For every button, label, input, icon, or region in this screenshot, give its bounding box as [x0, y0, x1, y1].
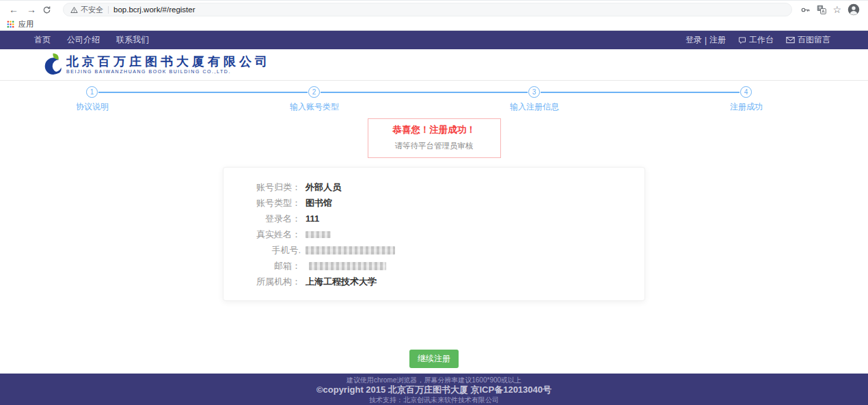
nav-item-contact[interactable]: 联系我们: [116, 34, 149, 46]
warning-triangle-icon: [70, 6, 78, 14]
step-circle-2: 2: [308, 86, 320, 98]
field-label-organization: 所属机构：: [223, 276, 301, 288]
nav-item-company[interactable]: 公司介绍: [67, 34, 100, 46]
field-value-account-type: 图书馆: [306, 197, 332, 209]
company-logo-icon: [40, 53, 63, 77]
redacted-phone: [306, 246, 395, 254]
field-value-account-category: 外部人员: [306, 181, 341, 194]
step-label-register-info: 输入注册信息: [510, 101, 559, 113]
browser-toolbar: ← → 不安全 bop.bcrj.work/#/register ☆: [0, 0, 868, 18]
footer-tech-support: 技术支持：北京创讯未来软件技术有限公司: [0, 395, 868, 404]
continue-register-button[interactable]: 继续注册: [409, 350, 459, 368]
field-label-email: 邮箱：: [223, 260, 301, 272]
address-bar[interactable]: 不安全 bop.bcrj.work/#/register: [63, 3, 792, 16]
bookmarks-bar: 应用: [0, 18, 868, 31]
step-connector: [321, 92, 528, 93]
success-message-box: 恭喜您！注册成功！ 请等待平台管理员审核: [368, 118, 501, 158]
field-label-account-type: 账号类型：: [223, 197, 301, 209]
action-row: 继续注册: [0, 350, 868, 368]
field-label-real-name: 真实姓名：: [223, 228, 301, 241]
key-icon[interactable]: [800, 5, 811, 15]
profile-avatar[interactable]: [847, 3, 860, 16]
field-value-organization: 上海工程技术大学: [306, 276, 377, 288]
back-icon[interactable]: ←: [7, 3, 21, 16]
table-row: 手机号.: [223, 242, 645, 258]
table-row: 所属机构： 上海工程技术大学: [223, 274, 645, 289]
table-row: 登录名： 111: [223, 211, 645, 226]
bookmark-star-icon[interactable]: ☆: [832, 5, 841, 14]
redacted-real-name: [306, 231, 331, 238]
apps-bookmark[interactable]: 应用: [18, 19, 33, 29]
footer-copyright: ©copyright 2015 北京百万庄图书大厦 京ICP备12013040号: [0, 384, 868, 395]
table-row: 账号类型： 图书馆: [223, 195, 645, 211]
step-circle-4: 4: [740, 86, 752, 98]
registration-stepper: 1 2 3 4 协议说明 输入账号类型 输入注册信息 注册成功: [0, 81, 868, 115]
step-connector: [541, 92, 740, 93]
step-label-agreement: 协议说明: [76, 101, 109, 113]
refresh-icon[interactable]: [42, 5, 56, 14]
chat-bubble-icon: [738, 36, 746, 44]
message-label: 百图留言: [798, 34, 830, 46]
field-label-login-name: 登录名：: [223, 213, 301, 225]
workbench-label: 工作台: [749, 34, 774, 46]
footer-browser-tip: 建议使用chrome浏览器，屏幕分辨率建议1600*900或以上: [0, 376, 868, 384]
company-name-en: BEIJING BAIWANZHUANG BOOK BUILDING CO.,L…: [66, 68, 271, 75]
envelope-icon: [786, 36, 795, 44]
forward-icon[interactable]: →: [25, 3, 38, 16]
message-link[interactable]: 百图留言: [786, 34, 830, 46]
login-link[interactable]: 登录: [686, 34, 702, 46]
apps-grid-icon[interactable]: [7, 21, 14, 28]
navbar-right: 登录 | 注册 工作台 百图留言: [686, 34, 830, 46]
step-connector: [98, 92, 308, 93]
field-label-phone: 手机号.: [223, 244, 301, 257]
step-label-success: 注册成功: [730, 101, 763, 113]
site-navbar: 首页 公司介绍 联系我们 登录 | 注册 工作台 百图留言: [0, 31, 868, 49]
step-circle-3: 3: [528, 86, 540, 98]
url-text[interactable]: bop.bcrj.work/#/register: [113, 5, 195, 14]
translate-icon[interactable]: [817, 5, 826, 14]
login-register-separator: |: [705, 36, 707, 45]
toolbar-right: ☆: [800, 3, 861, 16]
register-link[interactable]: 注册: [709, 34, 726, 46]
company-title-block: 北京百万庄图书大厦有限公司 BEIJING BAIWANZHUANG BOOK …: [66, 55, 271, 75]
page-footer: 建议使用chrome浏览器，屏幕分辨率建议1600*900或以上 ©copyri…: [0, 374, 868, 405]
field-label-account-category: 账号归类：: [223, 181, 301, 194]
table-row: 真实姓名：: [223, 226, 645, 242]
company-name-cn: 北京百万庄图书大厦有限公司: [66, 55, 271, 68]
step-circle-1: 1: [86, 86, 98, 98]
login-register-links: 登录 | 注册: [686, 34, 726, 46]
site-header: 北京百万庄图书大厦有限公司 BEIJING BAIWANZHUANG BOOK …: [0, 49, 868, 81]
field-value-login-name: 111: [306, 213, 319, 224]
success-subtitle: 请等待平台管理员审核: [368, 141, 500, 151]
workbench-link[interactable]: 工作台: [738, 34, 774, 46]
registration-summary-card: 账号归类： 外部人员 账号类型： 图书馆 登录名： 111 真实姓名： 手机号.…: [223, 167, 645, 301]
table-row: 账号归类： 外部人员: [223, 179, 645, 195]
step-label-account-type: 输入账号类型: [290, 101, 339, 113]
nav-item-home[interactable]: 首页: [34, 34, 51, 46]
table-row: 邮箱：: [223, 258, 645, 274]
success-title: 恭喜您！注册成功！: [368, 125, 500, 135]
security-chip[interactable]: 不安全: [70, 5, 103, 15]
omnibox-divider: [108, 6, 109, 14]
security-label: 不安全: [81, 5, 103, 15]
redacted-email: [309, 262, 386, 270]
